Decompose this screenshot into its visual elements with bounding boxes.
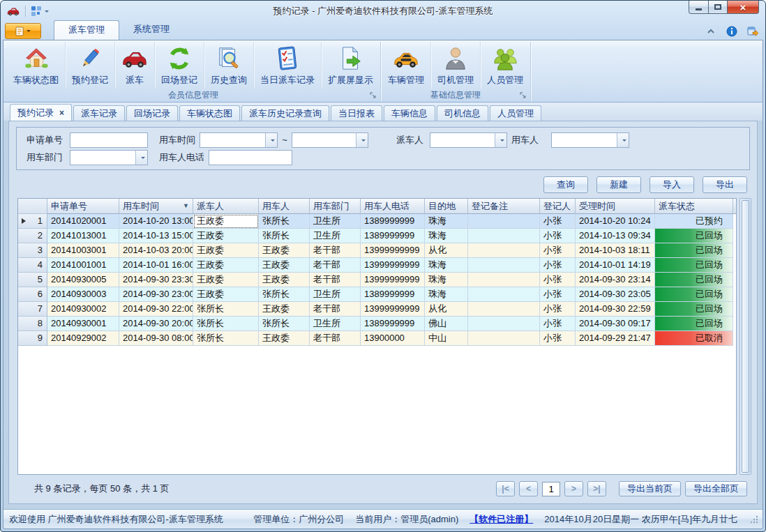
row-selector-cell[interactable]: 4	[18, 258, 47, 273]
cell-status[interactable]: 已回场	[655, 243, 733, 258]
cell-order[interactable]: 20140930003	[47, 287, 119, 302]
ribbon-button-recycle[interactable]: 回场登记	[155, 42, 204, 89]
next-page-button[interactable]: >	[564, 481, 583, 496]
table-row[interactable]: 3201410030012014-10-03 20:00王政委王政委老干部139…	[18, 243, 736, 258]
table-row[interactable]: 4201410010012014-10-01 16:00王政委王政委老干部139…	[18, 258, 736, 273]
minimize-button[interactable]	[689, 1, 709, 14]
export-button[interactable]: 导出	[703, 176, 747, 193]
cell-dispatcher[interactable]: 王政委	[193, 243, 259, 258]
cell-user[interactable]: 王政委	[259, 302, 310, 317]
cell-phone[interactable]: 13900000	[361, 331, 425, 346]
table-row[interactable]: 8201409300012014-09-30 20:00张所长张所长卫生所138…	[18, 317, 736, 331]
cell-dept[interactable]: 卫生所	[310, 214, 361, 229]
column-header-remark[interactable]: 登记备注	[468, 199, 540, 214]
export-current-page-button[interactable]: 导出当前页	[619, 481, 681, 496]
cell-phone[interactable]: 1389999999	[361, 317, 425, 331]
cell-remark[interactable]	[468, 287, 540, 302]
cell-remark[interactable]	[468, 229, 540, 243]
row-selector-cell[interactable]: 3	[18, 243, 47, 258]
close-button[interactable]: ×	[728, 1, 759, 14]
cell-accept[interactable]: 2014-10-13 09:34	[576, 229, 655, 243]
cell-dest[interactable]: 珠海	[425, 287, 468, 302]
cell-dept[interactable]: 老干部	[310, 243, 361, 258]
cell-phone[interactable]: 1389999999	[361, 214, 425, 229]
cell-registrant[interactable]: 小张	[540, 214, 576, 229]
table-row[interactable]: 1201410200012014-10-20 13:00王政委张所长卫生所138…	[18, 214, 736, 229]
table-row[interactable]: 2201410130012014-10-13 15:00王政委张所长卫生所138…	[18, 229, 736, 243]
cell-time[interactable]: 2014-10-13 15:00	[119, 229, 193, 243]
cell-time[interactable]: 2014-09-30 08:00	[119, 331, 193, 346]
doc-tab-9[interactable]: 人员管理	[490, 105, 541, 121]
cell-dept[interactable]: 老干部	[310, 331, 361, 346]
table-row[interactable]: 6201409300032014-09-30 23:00王政委张所长卫生所138…	[18, 287, 736, 302]
new-button[interactable]: 新建	[596, 176, 641, 193]
cell-status[interactable]: 已回场	[655, 258, 733, 273]
cell-dispatcher[interactable]: 王政委	[193, 258, 259, 273]
cell-dispatcher[interactable]: 王政委	[193, 214, 259, 229]
cell-accept[interactable]: 2014-09-29 21:47	[576, 331, 655, 346]
phone-input[interactable]	[209, 150, 292, 165]
cell-user[interactable]: 张所长	[259, 214, 310, 229]
cell-dispatcher[interactable]: 王政委	[193, 273, 259, 287]
doc-tab-3[interactable]: 回场记录	[126, 105, 178, 121]
sort-indicator-icon[interactable]: ▼	[183, 199, 189, 213]
cell-status[interactable]: 已回场	[655, 287, 733, 302]
cell-phone[interactable]: 13999999999	[361, 273, 425, 287]
info-icon[interactable]	[726, 26, 737, 37]
doc-tab-5[interactable]: 派车历史记录查询	[241, 105, 329, 121]
cell-status[interactable]: 已回场	[655, 302, 733, 317]
cell-registrant[interactable]: 小张	[540, 258, 576, 273]
cell-order[interactable]: 20140930005	[47, 273, 119, 287]
app-menu-button[interactable]	[5, 23, 41, 39]
cell-status[interactable]: 已预约	[655, 214, 733, 229]
column-header-user[interactable]: 用车人	[259, 199, 310, 214]
first-page-button[interactable]: |<	[496, 481, 515, 496]
column-header-dept[interactable]: 用车部门	[310, 199, 361, 214]
cell-time[interactable]: 2014-09-30 22:00	[119, 302, 193, 317]
prev-page-button[interactable]: <	[519, 481, 538, 496]
cell-dispatcher[interactable]: 张所长	[193, 331, 259, 346]
ribbon-button-extend-screen[interactable]: 扩展屏显示	[322, 42, 380, 89]
cell-registrant[interactable]: 小张	[540, 273, 576, 287]
cell-dept[interactable]: 老干部	[310, 302, 361, 317]
cell-remark[interactable]	[468, 243, 540, 258]
cell-dept[interactable]: 老干部	[310, 273, 361, 287]
close-tab-icon[interactable]: ×	[59, 108, 64, 118]
cell-order[interactable]: 20140930002	[47, 302, 119, 317]
cell-order[interactable]: 20141013001	[47, 229, 119, 243]
column-header-dest[interactable]: 目的地	[425, 199, 468, 214]
row-selector-cell[interactable]: 6	[18, 287, 47, 302]
cell-dest[interactable]: 从化	[425, 302, 468, 317]
cell-dept[interactable]: 老干部	[310, 258, 361, 273]
maximize-button[interactable]	[709, 1, 728, 14]
cell-accept[interactable]: 2014-10-20 10:24	[576, 214, 655, 229]
ribbon-button-car-red[interactable]: 派车	[115, 42, 155, 89]
cell-user[interactable]: 张所长	[259, 317, 310, 331]
launcher-icon[interactable]	[370, 92, 377, 99]
cell-accept[interactable]: 2014-09-30 09:17	[576, 317, 655, 331]
cell-dept[interactable]: 卫生所	[310, 229, 361, 243]
cell-order[interactable]: 20141001001	[47, 258, 119, 273]
quick-access-layout-icon[interactable]	[31, 6, 42, 17]
doc-tab-1[interactable]: 预约记录×	[10, 104, 72, 121]
combo-dropdown-button[interactable]	[265, 133, 277, 147]
cell-order[interactable]: 20141020001	[47, 214, 119, 229]
style-switch-icon[interactable]	[747, 26, 758, 37]
cell-dest[interactable]: 珠海	[425, 229, 468, 243]
row-selector-cell[interactable]: 1	[18, 214, 47, 229]
ribbon-tab-1[interactable]: 派车管理	[54, 20, 119, 40]
table-row[interactable]: 9201409290022014-09-30 08:00张所长王政委老干部139…	[18, 331, 736, 346]
ribbon-button-house[interactable]: 车辆状态图	[7, 42, 66, 89]
row-selector-cell[interactable]: 8	[18, 317, 47, 331]
query-button[interactable]: 查询	[543, 176, 588, 193]
cell-user[interactable]: 张所长	[259, 229, 310, 243]
doc-tab-7[interactable]: 车辆信息	[384, 105, 435, 121]
cell-order[interactable]: 20140929002	[47, 331, 119, 346]
doc-tab-6[interactable]: 当日报表	[331, 105, 382, 121]
combo-dropdown-button[interactable]	[135, 151, 147, 165]
dept-combo[interactable]	[70, 150, 148, 165]
cell-remark[interactable]	[468, 317, 540, 331]
cell-status[interactable]: 已回场	[655, 229, 733, 243]
cell-dest[interactable]: 从化	[425, 243, 468, 258]
ribbon-button-car-orange[interactable]: 车辆管理	[382, 42, 431, 89]
